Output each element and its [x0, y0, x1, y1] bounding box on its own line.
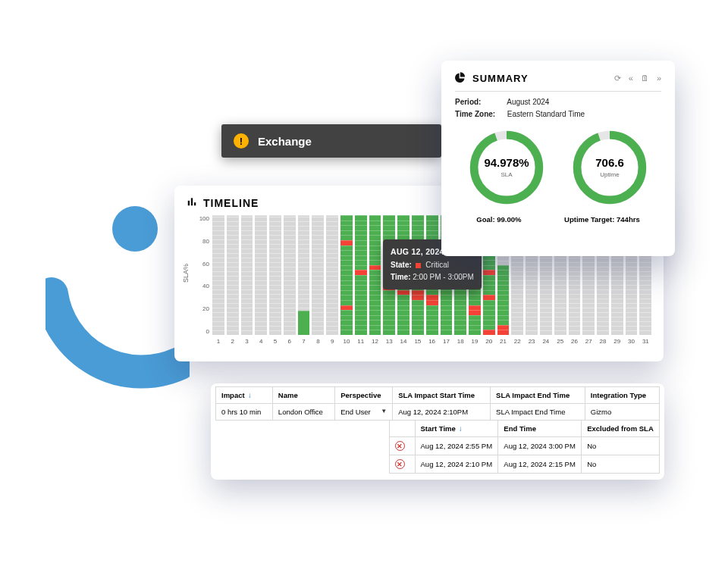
col-perspective[interactable]: Perspective [335, 387, 393, 404]
uptime-value: 706.6 [570, 156, 650, 169]
cell-excluded: No [582, 437, 660, 455]
tz-value: Eastern Standard Time [507, 110, 585, 118]
cell-end: Aug 12, 2024 2:15 PM [498, 455, 582, 474]
tooltip-state-value: Critical [425, 261, 449, 269]
col-name[interactable]: Name [272, 387, 334, 404]
summary-toolbar: ⟳ « 🗓︎ » [614, 74, 661, 83]
refresh-icon[interactable]: ⟳ [614, 74, 621, 83]
cell-name: London Office [272, 404, 334, 421]
prev-icon[interactable]: « [629, 74, 633, 83]
exchange-chip-label: Exchange [258, 135, 312, 148]
col-start[interactable]: Start Time↓ [415, 421, 498, 437]
cell-integration: Gizmo [585, 404, 659, 421]
critical-dot-icon [416, 263, 421, 268]
col-integration[interactable]: Integration Type [585, 387, 659, 404]
day-column[interactable] [298, 215, 310, 335]
cell-excluded: No [582, 455, 660, 474]
cell-perspective: End User▼ [335, 404, 393, 421]
error-icon: ✕ [395, 459, 405, 469]
day-column[interactable] [326, 215, 338, 335]
sla-donut: 94.978% SLA [466, 127, 547, 208]
tooltip-time-label: Time: [391, 273, 411, 281]
svg-point-0 [112, 206, 158, 252]
col-impact[interactable]: Impact↓ [216, 387, 273, 404]
day-column[interactable] [284, 215, 296, 335]
impact-table: Impact↓ Name Perspective SLA Impact Star… [215, 386, 660, 421]
day-column[interactable] [227, 215, 239, 335]
uptime-target: Uptime Target: 744hrs [564, 215, 640, 224]
cell-sla-start: Aug 12, 2024 2:10PM [393, 404, 491, 421]
table-row[interactable]: ✕Aug 12, 2024 2:10 PMAug 12, 2024 2:15 P… [389, 455, 659, 474]
calendar-icon[interactable]: 🗓︎ [641, 74, 649, 83]
svg-rect-7 [194, 202, 196, 205]
y-ticks: 100806040200 [197, 215, 209, 335]
summary-card: SUMMARY ⟳ « 🗓︎ » Period: August 2024 Tim… [441, 61, 675, 256]
cell-start: Aug 12, 2024 2:10 PM [415, 455, 498, 474]
table-header-row: Impact↓ Name Perspective SLA Impact Star… [216, 387, 660, 404]
day-column[interactable] [369, 215, 381, 335]
tz-label: Time Zone: [455, 108, 505, 120]
cell-sla-end: SLA Impact End Time [491, 404, 585, 421]
goal: Goal: 99.00% [476, 215, 521, 224]
sla-caption: SLA [466, 171, 547, 178]
col-sla-end[interactable]: SLA Impact End Time [491, 387, 585, 404]
impact-card: Impact↓ Name Perspective SLA Impact Star… [211, 383, 664, 480]
bars-icon [187, 196, 197, 209]
sort-icon: ↓ [248, 391, 252, 399]
day-column[interactable] [255, 215, 267, 335]
period-value: August 2024 [507, 98, 549, 106]
exchange-chip[interactable]: ! Exchange [221, 124, 441, 158]
sla-value: 94.978% [466, 156, 547, 169]
col-excluded[interactable]: Excluded from SLA [582, 421, 660, 437]
table-header-row: Start Time↓ End Time Excluded from SLA [389, 421, 659, 437]
svg-rect-5 [188, 201, 190, 205]
summary-title: SUMMARY [472, 73, 529, 84]
table-row[interactable]: ✕Aug 12, 2024 2:55 PMAug 12, 2024 3:00 P… [389, 437, 659, 455]
day-column[interactable] [269, 215, 281, 335]
pie-icon [455, 71, 466, 85]
cell-start: Aug 12, 2024 2:55 PM [415, 437, 498, 455]
tooltip-state-label: State: [391, 261, 412, 269]
period-label: Period: [455, 96, 505, 108]
impact-detail-table: Start Time↓ End Time Excluded from SLA ✕… [389, 420, 660, 474]
summary-meta: Period: August 2024 Time Zone: Eastern S… [455, 96, 661, 120]
tooltip-time-value: 2:00 PM - 3:00PM [413, 273, 474, 281]
table-row[interactable]: 0 hrs 10 min London Office End User▼ Aug… [216, 404, 660, 421]
day-column[interactable] [241, 215, 253, 335]
timeline-title: TIMELINE [203, 197, 259, 209]
uptime-donut: 706.6 Uptime [570, 127, 650, 208]
col-sla-start[interactable]: SLA Impact Start Time [393, 387, 491, 404]
day-column[interactable] [355, 215, 367, 335]
day-column[interactable] [212, 215, 224, 335]
y-axis-label: SLA% [182, 264, 190, 283]
uptime-caption: Uptime [570, 171, 650, 178]
warning-icon: ! [234, 133, 249, 149]
divider [455, 91, 661, 92]
error-icon: ✕ [395, 441, 405, 451]
col-end[interactable]: End Time [498, 421, 582, 437]
x-ticks: 1234567891011121314151617181920212223242… [212, 338, 651, 345]
next-icon[interactable]: » [657, 74, 661, 83]
day-column[interactable] [312, 215, 324, 335]
day-column[interactable] [340, 215, 353, 335]
cell-end: Aug 12, 2024 3:00 PM [498, 437, 582, 455]
cell-impact: 0 hrs 10 min [216, 404, 273, 421]
svg-rect-6 [191, 198, 193, 205]
sort-icon: ↓ [459, 424, 463, 433]
brand-logo [46, 205, 190, 402]
chevron-down-icon[interactable]: ▼ [381, 408, 387, 414]
